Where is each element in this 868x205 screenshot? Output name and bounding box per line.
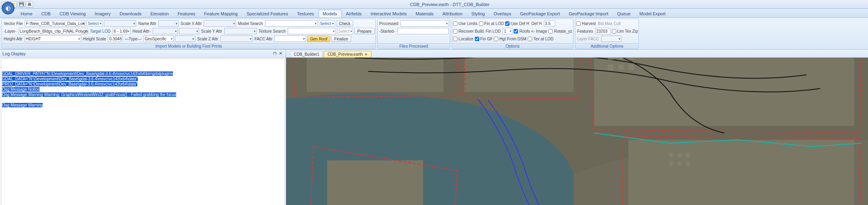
ribbon-tab-feature-mapping[interactable]: Feature Mapping — [200, 10, 242, 17]
def-h-field[interactable]: 3.5 — [544, 20, 555, 27]
pin-icon[interactable]: ⊓ — [272, 51, 278, 56]
roofs-image-check[interactable]: Roofs <- Image — [514, 29, 547, 33]
processed-label: Processed — [379, 21, 399, 26]
tab-cdb-builder[interactable]: CDB_Builder1 — [290, 51, 323, 57]
select2-dropdown[interactable]: Select — [319, 20, 335, 27]
ribbon-tab-cdb-viewing[interactable]: CDB Viewing — [55, 10, 91, 17]
print-icon[interactable]: 🖶 — [26, 1, 33, 8]
ribbon-tab-attribution[interactable]: Attribution — [438, 10, 467, 17]
vector-file-field[interactable]: F:\New_CDB_Tutorial_Data_LongBe — [25, 20, 85, 27]
layer-label: -Layer- — [3, 29, 17, 33]
started-field — [397, 28, 449, 34]
rotate-yz-check[interactable]: Rotate_yz — [548, 29, 572, 33]
scalez-field[interactable] — [175, 36, 195, 42]
group-import: Vector File F:\New_CDB_Tutorial_Data_Lon… — [2, 19, 376, 49]
harvest-check[interactable]: Harvest — [576, 21, 596, 26]
head-attr-field[interactable] — [153, 28, 178, 34]
target-lod-field[interactable]: 6 - 1.69 — [113, 28, 131, 34]
fin-at-lod-check[interactable]: Fin at LOD — [479, 21, 504, 26]
save-icon[interactable]: 💾 — [18, 1, 25, 8]
use-def-h-check[interactable]: Use Def H — [505, 21, 529, 26]
scalex-field[interactable] — [158, 20, 179, 27]
svg-rect-10 — [608, 65, 613, 70]
fin-lod-label: Fin LOD — [485, 29, 501, 33]
ribbon-tab-downloads[interactable]: Downloads — [115, 10, 146, 17]
log-panel: Log Display ⊓ ✕ GDAL_DRIVER_PATH="N:\Dev… — [0, 50, 286, 205]
ribbon-tab-overlays[interactable]: Overlays — [489, 10, 516, 17]
localize-check[interactable]: Localize — [453, 37, 474, 41]
ribbon-tab-materials[interactable]: Materials — [411, 10, 438, 17]
height-attr-field[interactable]: HEIGHT — [25, 36, 81, 42]
model-search-input[interactable] — [265, 20, 318, 27]
fin-gf-check[interactable]: Fin GF — [475, 37, 493, 41]
type-field[interactable]: GeoSpecific — [143, 36, 174, 42]
svg-rect-18 — [686, 162, 690, 166]
check-button[interactable]: Check — [336, 20, 353, 27]
recover-build-check[interactable]: Recover Build — [453, 29, 484, 33]
scaley-field[interactable] — [179, 28, 199, 34]
name-attr-field[interactable] — [104, 20, 136, 27]
log-body[interactable]: GDAL_DRIVER_PATH="N:\Development\Dev_Bas… — [1, 59, 285, 205]
ribbon-tab-geopackage-export[interactable]: GeoPackage Export — [516, 10, 564, 17]
layer-facc-field[interactable] — [601, 36, 622, 42]
close-log-icon[interactable]: ✕ — [278, 51, 283, 56]
ribbon-tab-interactive-models[interactable]: Interactive Models — [366, 10, 411, 17]
prepare-button[interactable]: Prepare — [354, 28, 375, 34]
hgt-dsm-check[interactable]: Hgt From DSM — [494, 37, 527, 41]
select-dropdown[interactable]: Select — [86, 20, 103, 27]
tab-cdb-preview[interactable]: CDB_Preview.earth✕ — [324, 51, 371, 57]
map-viewport[interactable] — [286, 58, 868, 205]
head-attr-label: Head Attr- — [132, 29, 152, 33]
model-search-field[interactable] — [204, 20, 236, 27]
log-line: Osg Message Warning Warning: GraphicsWin… — [2, 92, 176, 97]
ribbon-toolbar: Vector File F:\New_CDB_Tutorial_Data_Lon… — [0, 18, 868, 50]
ribbon-tab-home[interactable]: Home — [16, 10, 37, 17]
svg-rect-13 — [670, 153, 674, 157]
vector-file-label: Vector File — [3, 21, 23, 26]
scaley-label: Scale Y Attr — [200, 29, 223, 33]
close-tab-icon[interactable]: ✕ — [364, 52, 368, 56]
texture-search-input[interactable] — [288, 28, 336, 34]
app-button[interactable]: ◐ — [2, 2, 15, 15]
facc-attr-input[interactable] — [274, 36, 306, 42]
lim-tex-check[interactable]: Lim Tex Zip — [612, 29, 638, 33]
def-h-label: Def H — [531, 21, 543, 26]
svg-rect-11 — [618, 65, 624, 70]
ribbon-tab-elevation[interactable]: Elevation — [146, 10, 173, 17]
gen-roof-button[interactable]: Gen Roof — [307, 36, 330, 42]
ribbon-tab-textures[interactable]: Textures — [293, 10, 318, 17]
ribbon-tab-imagery[interactable]: Imagery — [90, 10, 115, 17]
svg-rect-3 — [464, 58, 573, 92]
ribbon-tab-features[interactable]: Features — [173, 10, 200, 17]
layer-field[interactable]: LongBeach_Bldgs_clip_FINAL Polygons — [19, 28, 88, 34]
svg-rect-16 — [670, 162, 674, 166]
ribbon-tab-model-export[interactable]: Model Export — [635, 10, 670, 17]
ribbon-tab-geopackage-import[interactable]: GeoPackage Import — [564, 10, 613, 17]
height-scale-label: Height Scale — [82, 37, 107, 41]
ribbon-tab-airfields[interactable]: Airfields — [341, 10, 366, 17]
ribbon-tab-models[interactable]: Models — [318, 10, 341, 17]
ribbon-tab-queue[interactable]: Queue — [613, 10, 635, 17]
group-options-label: Options — [452, 43, 573, 49]
tex-at-lod-check[interactable]: Tex at LOD — [528, 37, 554, 41]
use-limits-check[interactable]: Use Limits — [453, 21, 478, 26]
log-title: Log Display — [2, 51, 25, 56]
started-label: -Started- — [379, 29, 396, 33]
ribbon-tab-cdb[interactable]: CDB — [37, 10, 55, 17]
group-additional: Harvest Bld Max Cult Features 23203 Lim … — [575, 19, 639, 49]
processed-field[interactable] — [400, 20, 449, 27]
svg-rect-9 — [628, 58, 634, 60]
svg-rect-14 — [678, 153, 682, 157]
height-scale-field[interactable]: 0.3048 — [108, 36, 122, 42]
facc-attr-label: FACC Attr — [254, 37, 273, 41]
finalize-button[interactable]: Finalize — [331, 36, 351, 42]
type-label: ---Type--- — [124, 37, 142, 41]
facc-attr-field[interactable] — [220, 36, 253, 42]
features-field[interactable]: 23203 — [595, 28, 611, 34]
ribbon-tab-styling[interactable]: Styling — [467, 10, 489, 17]
select3-dropdown[interactable]: Select — [337, 28, 353, 34]
texture-search-field[interactable] — [224, 28, 257, 34]
ribbon-tab-specialized-features[interactable]: Specialized Features — [242, 10, 293, 17]
fin-lod-field[interactable]: 1 — [503, 28, 512, 34]
texture-search-label: Texture Search — [258, 29, 287, 33]
